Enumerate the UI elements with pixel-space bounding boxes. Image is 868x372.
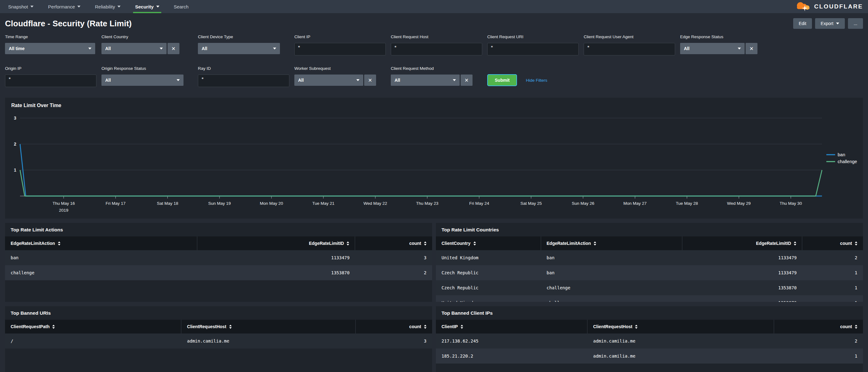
table-cell: 1353870 [682, 295, 802, 302]
nav-item-snapshot[interactable]: Snapshot [3, 0, 38, 13]
table-body: ban11334793challenge13538702 [5, 250, 432, 280]
chevron-down-icon [356, 79, 360, 81]
clear-worker-subrequest-button[interactable]: ✕ [364, 74, 376, 86]
client-request-host-input[interactable] [391, 43, 482, 55]
clear-client-country-button[interactable]: ✕ [167, 43, 179, 54]
edge-response-status-select[interactable]: All [680, 43, 745, 54]
svg-text:ban: ban [838, 152, 845, 157]
chevron-down-icon [117, 6, 121, 7]
column-header-edgeratelimitaction[interactable]: EdgeRateLimitAction [5, 237, 197, 250]
nav-item-label: Reliability [95, 4, 115, 9]
edit-button[interactable]: Edit [793, 18, 812, 29]
table-cell: Czech Republic [436, 280, 541, 295]
column-header-count[interactable]: count [802, 237, 863, 250]
column-header-edgeratelimitaction[interactable]: EdgeRateLimitAction [541, 237, 682, 250]
table-cell: ban [5, 250, 197, 265]
client-device-type-select[interactable]: All [198, 43, 280, 54]
table-row: United Kingdomban11334792 [436, 250, 863, 265]
chevron-down-icon [30, 6, 33, 7]
column-header-count[interactable]: count [355, 237, 432, 250]
table-cell: 1 [802, 280, 863, 295]
table-header-row: EdgeRateLimitActionEdgeRateLimitIDcount [5, 237, 432, 250]
client-ip-input[interactable] [294, 43, 386, 55]
filter-client-request-uri: Client Request URI [487, 34, 584, 55]
table-cell: 1353870 [682, 280, 802, 295]
column-header-clientcountry[interactable]: ClientCountry [436, 237, 541, 250]
nav-item-security[interactable]: Security [130, 0, 164, 13]
column-header-label: count [409, 324, 421, 329]
table-cell: challenge [5, 265, 197, 280]
client-request-uri-input[interactable] [487, 43, 579, 55]
table-cell: United Kingdom [436, 295, 541, 302]
export-button[interactable]: Export [815, 18, 845, 29]
table-cell: challenge [541, 295, 682, 302]
table-title: Top Rate Limit Actions [5, 223, 432, 237]
tables-grid: Top Rate Limit Actions EdgeRateLimitActi… [5, 223, 863, 372]
nav-item-reliability[interactable]: Reliability [90, 0, 126, 13]
filter-label: Origin IP [5, 66, 101, 71]
table-row: 217.138.62.245admin.camilia.me2 [436, 334, 863, 348]
filter-edge-response-status: Edge Response StatusAll✕ [680, 34, 777, 55]
column-header-clientip[interactable]: ClientIP [436, 320, 587, 334]
legend-item-ban[interactable]: ban [826, 152, 845, 157]
sort-icon [855, 241, 857, 246]
column-header-label: ClientRequestHost [187, 324, 226, 329]
sort-icon [855, 325, 857, 329]
legend-item-challenge[interactable]: challenge [826, 159, 857, 164]
filter-label: Client Request Method [391, 66, 487, 71]
clear-client-request-method-button[interactable]: ✕ [461, 74, 472, 86]
table-cell: 2 [355, 265, 432, 280]
filter-label: Client Device Type [198, 34, 294, 39]
filter-ray-id: Ray ID [198, 66, 294, 87]
nav-item-performance[interactable]: Performance [43, 0, 86, 13]
table-cell: Czech Republic [436, 265, 541, 280]
filter-label: Client Request User Agent [584, 34, 680, 39]
table-cell: 2 [774, 334, 863, 348]
filter-client-country: Client CountryAll✕ [101, 34, 198, 55]
ray-id-input[interactable] [198, 74, 289, 87]
rate-limit-chart: 123Thu May 162019Fri May 17Sat May 18Sun… [7, 112, 861, 217]
submit-button[interactable]: Submit [487, 74, 517, 86]
client-request-user-agent-input[interactable] [584, 43, 675, 55]
column-header-clientrequesthost[interactable]: ClientRequestHost [587, 320, 774, 334]
filter-label: Client Request URI [487, 34, 584, 39]
cloudflare-logo: CLOUDFLARE [793, 1, 863, 12]
table-row: 185.21.220.2admin.camilia.me1 [436, 348, 863, 364]
time-range-select[interactable]: All time [5, 43, 95, 54]
filter-row-2: Origin IPOrigin Response StatusAllRay ID… [5, 66, 863, 87]
filter-origin-response-status: Origin Response StatusAll [101, 66, 198, 87]
column-header-count[interactable]: count [774, 320, 863, 334]
chevron-down-icon [273, 48, 276, 50]
clear-edge-response-status-button[interactable]: ✕ [746, 43, 757, 54]
svg-text:Sun May 26: Sun May 26 [572, 201, 594, 206]
sort-icon [424, 241, 427, 246]
client-request-method-select[interactable]: All [391, 74, 460, 86]
chart-title: Rate Limit Over Time [7, 102, 861, 112]
origin-response-status-select[interactable]: All [101, 74, 184, 86]
column-header-edgeratelimitid[interactable]: EdgeRateLimitID [197, 237, 355, 250]
client-country-select[interactable]: All [101, 43, 166, 54]
table-cell: 3 [355, 250, 432, 265]
cloudflare-logo-text: CLOUDFLARE [814, 3, 863, 10]
chevron-down-icon [156, 6, 159, 7]
svg-text:Sat May 18: Sat May 18 [157, 201, 178, 206]
filters-panel: Time RangeAll timeClient CountryAll✕Clie… [0, 33, 868, 87]
column-header-count[interactable]: count [356, 320, 432, 334]
nav-item-label: Search [174, 4, 189, 9]
origin-ip-input[interactable] [5, 74, 96, 87]
page-title: Cloudflare - Security (Rate Limit) [5, 19, 132, 29]
filter-row-1: Time RangeAll timeClient CountryAll✕Clie… [5, 34, 863, 55]
select-value: All time [9, 46, 25, 51]
nav-item-search[interactable]: Search [169, 0, 194, 13]
worker-subrequest-select[interactable]: All [294, 74, 363, 86]
column-header-clientrequesthost[interactable]: ClientRequestHost [181, 320, 356, 334]
column-header-edgeratelimitid[interactable]: EdgeRateLimitID [682, 237, 802, 250]
sort-icon [461, 325, 463, 329]
rate-limit-over-time-panel: Rate Limit Over Time 123Thu May 162019Fr… [5, 98, 863, 219]
hide-filters-link[interactable]: Hide Filters [526, 78, 547, 83]
table-cell: / [5, 334, 181, 348]
column-header-clientrequestpath[interactable]: ClientRequestPath [5, 320, 181, 334]
table-title: Top Rate Limit Countries [436, 223, 863, 237]
select-value: All [684, 46, 689, 51]
more-options-button[interactable]: ... [848, 18, 863, 29]
